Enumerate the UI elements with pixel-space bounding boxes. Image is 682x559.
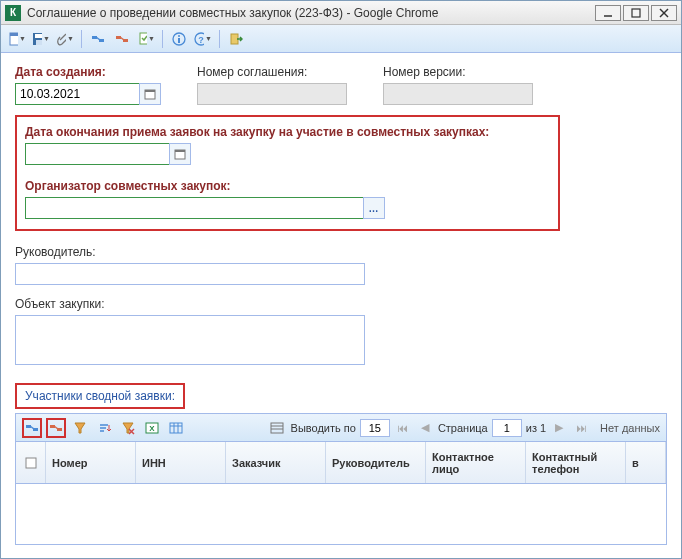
attachment-icon[interactable]: ▼ [55, 29, 75, 49]
save-icon[interactable]: ▼ [31, 29, 51, 49]
svg-rect-40 [271, 423, 283, 433]
svg-rect-36 [170, 423, 182, 433]
minimize-button[interactable] [595, 5, 621, 21]
page-size-input[interactable] [360, 419, 390, 437]
col-contact-phone[interactable]: Контактный телефон [526, 442, 626, 483]
close-button[interactable] [651, 5, 677, 21]
svg-rect-18 [178, 38, 180, 43]
col-director[interactable]: Руководитель [326, 442, 426, 483]
calendar-icon[interactable] [169, 143, 191, 165]
svg-rect-7 [35, 34, 42, 38]
col-number[interactable]: Номер [46, 442, 136, 483]
info-icon[interactable] [169, 29, 189, 49]
page-current-input[interactable] [492, 419, 522, 437]
filter-icon[interactable] [70, 418, 90, 438]
help-icon[interactable]: ? ▼ [193, 29, 213, 49]
document-action-icon[interactable]: ▼ [136, 29, 156, 49]
grid-body [16, 484, 666, 544]
object-textarea[interactable] [15, 315, 365, 365]
version-no-input [383, 83, 533, 105]
agreement-no-label: Номер соглашения: [197, 65, 347, 79]
chevron-down-icon: ▼ [67, 35, 74, 42]
svg-rect-23 [145, 90, 155, 92]
main-toolbar: ▼ ▼ ▼ ▼ ? ▼ [1, 25, 681, 53]
separator [81, 30, 82, 48]
participants-section-label: Участники сводной заявки: [15, 383, 185, 409]
chevron-down-icon: ▼ [205, 35, 212, 42]
window-title: Соглашение о проведении совместных закуп… [27, 6, 595, 20]
first-page-icon[interactable]: ⏮ [394, 419, 412, 437]
last-page-icon[interactable]: ⏭ [572, 419, 590, 437]
next-page-icon[interactable]: ▶ [550, 419, 568, 437]
separator [162, 30, 163, 48]
exit-icon[interactable] [226, 29, 246, 49]
chevron-down-icon: ▼ [148, 35, 155, 42]
link-red-icon[interactable] [112, 29, 132, 49]
participants-grid: X Выводить по ⏮ ◀ Страница из 1 ▶ [15, 413, 667, 545]
grid-config-icon[interactable] [267, 418, 287, 438]
grid-toolbar: X Выводить по ⏮ ◀ Страница из 1 ▶ [16, 414, 666, 442]
version-no-label: Номер версии: [383, 65, 533, 79]
link-blue-icon[interactable] [88, 29, 108, 49]
svg-text:X: X [149, 424, 155, 433]
clear-filter-icon[interactable] [118, 418, 138, 438]
chevron-down-icon: ▼ [43, 35, 50, 42]
titlebar: К Соглашение о проведении совместных зак… [1, 1, 681, 25]
svg-rect-8 [36, 40, 42, 45]
created-date-input[interactable] [15, 83, 139, 105]
agreement-no-input [197, 83, 347, 105]
deadline-label: Дата окончания приема заявок на закупку … [25, 125, 550, 139]
app-window: К Соглашение о проведении совместных зак… [0, 0, 682, 559]
created-date-label: Дата создания: [15, 65, 161, 79]
svg-text:?: ? [198, 35, 204, 45]
maximize-button[interactable] [623, 5, 649, 21]
svg-rect-5 [10, 33, 18, 36]
col-inn[interactable]: ИНН [136, 442, 226, 483]
organizer-label: Организатор совместных закупок: [25, 179, 550, 193]
grid-remove-icon[interactable] [46, 418, 66, 438]
app-icon: К [5, 5, 21, 21]
col-more[interactable]: в [626, 442, 666, 483]
no-data-label: Нет данных [600, 422, 660, 434]
separator [219, 30, 220, 48]
director-input[interactable] [15, 263, 365, 285]
form-content: Дата создания: Номер соглашения: Номер в… [1, 53, 681, 558]
grid-header-row: Номер ИНН Заказчик Руководитель Контактн… [16, 442, 666, 484]
required-section-highlight: Дата окончания приема заявок на закупку … [15, 115, 560, 231]
col-customer[interactable]: Заказчик [226, 442, 326, 483]
page-of-label: из 1 [526, 422, 546, 434]
chevron-down-icon: ▼ [19, 35, 26, 42]
excel-export-icon[interactable]: X [142, 418, 162, 438]
svg-rect-1 [632, 9, 640, 17]
sort-asc-icon[interactable] [94, 418, 114, 438]
grid-add-icon[interactable] [22, 418, 42, 438]
grid-checkbox-header[interactable] [16, 442, 46, 483]
col-contact-person[interactable]: Контактное лицо [426, 442, 526, 483]
calendar-icon[interactable] [139, 83, 161, 105]
svg-rect-43 [26, 458, 36, 468]
director-label: Руководитель: [15, 245, 667, 259]
svg-point-17 [178, 35, 180, 37]
new-document-icon[interactable]: ▼ [7, 29, 27, 49]
grid-settings-icon[interactable] [166, 418, 186, 438]
svg-rect-21 [231, 34, 238, 44]
object-label: Объект закупки: [15, 297, 667, 311]
deadline-input[interactable] [25, 143, 169, 165]
organizer-input[interactable] [25, 197, 363, 219]
svg-rect-25 [175, 150, 185, 152]
lookup-icon[interactable]: … [363, 197, 385, 219]
pager: Выводить по ⏮ ◀ Страница из 1 ▶ ⏭ Нет да… [291, 419, 660, 437]
page-label: Страница [438, 422, 488, 434]
prev-page-icon[interactable]: ◀ [416, 419, 434, 437]
page-size-label: Выводить по [291, 422, 356, 434]
